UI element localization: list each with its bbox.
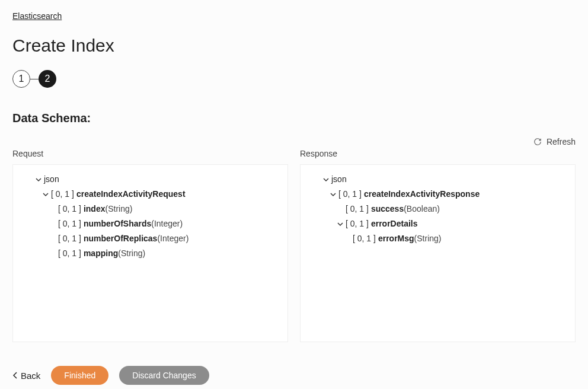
cardinality-bracket: [ 0, 1 ]	[58, 247, 81, 260]
cardinality-bracket: [ 0, 1 ]	[346, 203, 369, 215]
cardinality-bracket: [ 0, 1 ]	[58, 218, 81, 230]
request-row: [ 0, 1 ] numberOfReplicas (Integer)	[19, 231, 282, 246]
section-heading-data-schema: Data Schema:	[12, 111, 576, 125]
chevron-down-icon[interactable]	[321, 177, 331, 183]
field-name: errorMsg	[378, 232, 414, 245]
request-row: [ 0, 1 ] createIndexActivityRequest	[19, 187, 282, 202]
cardinality-bracket: [ 0, 1 ]	[58, 232, 81, 245]
field-name: createIndexActivityRequest	[76, 188, 186, 200]
cardinality-bracket: [ 0, 1 ]	[346, 218, 369, 230]
request-row: json	[19, 172, 282, 187]
cardinality-bracket: [ 0, 1 ]	[51, 188, 74, 200]
request-row: [ 0, 1 ] index (String)	[19, 202, 282, 216]
page-title: Create Index	[12, 36, 576, 56]
step-1[interactable]: 1	[12, 70, 30, 88]
field-name: createIndexActivityResponse	[364, 188, 480, 200]
refresh-icon	[533, 138, 542, 146]
response-row: [ 0, 1 ] success (Boolean)	[306, 202, 569, 216]
request-row: [ 0, 1 ] mapping (String)	[19, 246, 282, 261]
field-name: errorDetails	[371, 218, 418, 230]
step-indicator: 1 2	[12, 70, 576, 88]
field-type: (String)	[414, 232, 442, 245]
response-label: Response	[300, 149, 576, 158]
step-2[interactable]: 2	[39, 70, 56, 88]
field-type: (Integer)	[157, 232, 188, 245]
refresh-label: Refresh	[547, 137, 576, 146]
chevron-down-icon[interactable]	[328, 192, 338, 197]
field-name: success	[371, 203, 404, 215]
response-panel: json[ 0, 1 ] createIndexActivityResponse…	[300, 164, 576, 342]
field-name: numberOfShards	[84, 218, 151, 230]
chevron-down-icon[interactable]	[335, 221, 346, 227]
refresh-button[interactable]: Refresh	[12, 137, 576, 146]
field-type: (Integer)	[151, 218, 183, 230]
cardinality-bracket: [ 0, 1 ]	[338, 188, 362, 200]
cardinality-bracket: [ 0, 1 ]	[353, 232, 376, 245]
back-label: Back	[21, 371, 40, 381]
request-panel: json[ 0, 1 ] createIndexActivityRequest[…	[12, 164, 288, 342]
discard-changes-button[interactable]: Discard Changes	[119, 366, 209, 385]
field-type: (Boolean)	[404, 203, 440, 215]
field-type: (String)	[118, 247, 145, 260]
step-connector	[30, 79, 39, 79]
request-row: [ 0, 1 ] numberOfShards (Integer)	[19, 216, 282, 231]
response-row: [ 0, 1 ] errorDetails	[306, 216, 569, 231]
field-name: json	[44, 173, 59, 186]
chevron-down-icon[interactable]	[33, 177, 44, 183]
cardinality-bracket: [ 0, 1 ]	[58, 203, 81, 215]
response-row: [ 0, 1 ] createIndexActivityResponse	[306, 187, 569, 202]
field-name: numberOfReplicas	[84, 232, 157, 245]
request-label: Request	[12, 149, 288, 158]
response-row: [ 0, 1 ] errorMsg (String)	[306, 231, 569, 246]
field-name: index	[84, 203, 106, 215]
finished-button[interactable]: Finished	[51, 366, 108, 385]
back-button[interactable]: Back	[12, 371, 40, 381]
response-row: json	[306, 172, 569, 187]
chevron-down-icon[interactable]	[40, 192, 51, 197]
breadcrumb-elasticsearch[interactable]: Elasticsearch	[12, 11, 62, 21]
field-name: mapping	[84, 247, 118, 260]
field-name: json	[331, 173, 347, 186]
field-type: (String)	[106, 203, 133, 215]
chevron-left-icon	[12, 372, 18, 379]
